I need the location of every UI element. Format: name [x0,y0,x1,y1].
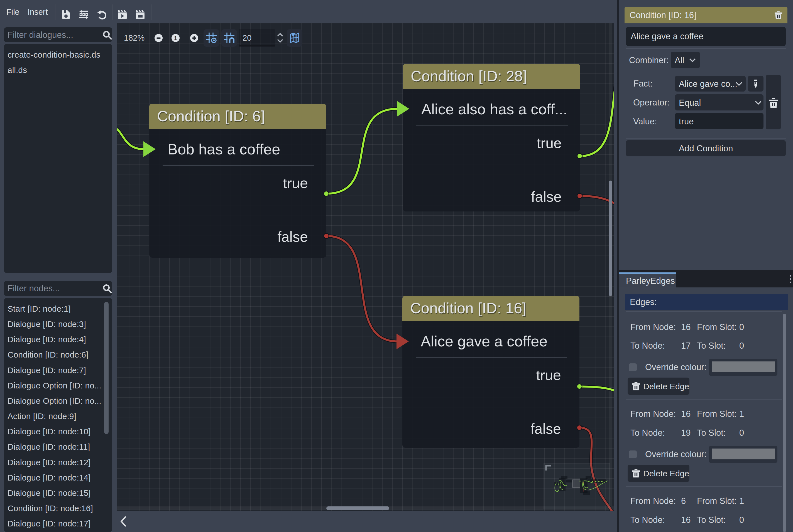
svg-text:1: 1 [174,35,177,41]
